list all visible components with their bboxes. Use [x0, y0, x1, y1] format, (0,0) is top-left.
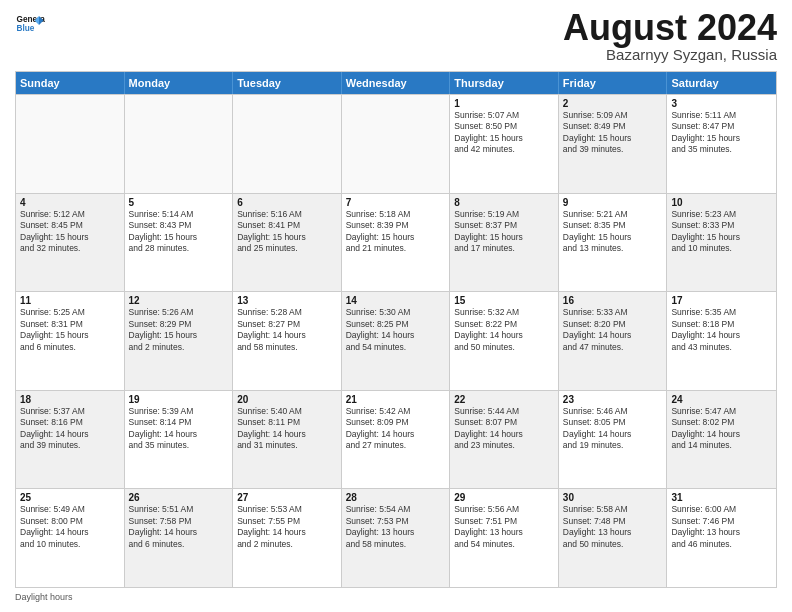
day-number: 8 — [454, 197, 554, 208]
day-info: Sunrise: 5:19 AM Sunset: 8:37 PM Dayligh… — [454, 209, 554, 255]
day-info: Sunrise: 5:25 AM Sunset: 8:31 PM Dayligh… — [20, 307, 120, 353]
day-info: Sunrise: 5:46 AM Sunset: 8:05 PM Dayligh… — [563, 406, 663, 452]
calendar-cell: 22Sunrise: 5:44 AM Sunset: 8:07 PM Dayli… — [450, 391, 559, 489]
day-info: Sunrise: 5:47 AM Sunset: 8:02 PM Dayligh… — [671, 406, 772, 452]
day-info: Sunrise: 5:14 AM Sunset: 8:43 PM Dayligh… — [129, 209, 229, 255]
day-info: Sunrise: 5:44 AM Sunset: 8:07 PM Dayligh… — [454, 406, 554, 452]
day-info: Sunrise: 5:33 AM Sunset: 8:20 PM Dayligh… — [563, 307, 663, 353]
calendar-header-friday: Friday — [559, 72, 668, 94]
logo-icon: General Blue — [15, 10, 45, 40]
day-number: 14 — [346, 295, 446, 306]
calendar-cell: 11Sunrise: 5:25 AM Sunset: 8:31 PM Dayli… — [16, 292, 125, 390]
subtitle: Bazarnyy Syzgan, Russia — [563, 46, 777, 63]
calendar-week-4: 18Sunrise: 5:37 AM Sunset: 8:16 PM Dayli… — [16, 390, 776, 489]
day-info: Sunrise: 5:07 AM Sunset: 8:50 PM Dayligh… — [454, 110, 554, 156]
day-info: Sunrise: 5:54 AM Sunset: 7:53 PM Dayligh… — [346, 504, 446, 550]
calendar-cell: 25Sunrise: 5:49 AM Sunset: 8:00 PM Dayli… — [16, 489, 125, 587]
day-info: Sunrise: 5:18 AM Sunset: 8:39 PM Dayligh… — [346, 209, 446, 255]
svg-text:Blue: Blue — [17, 24, 35, 33]
day-info: Sunrise: 5:16 AM Sunset: 8:41 PM Dayligh… — [237, 209, 337, 255]
day-number: 26 — [129, 492, 229, 503]
day-number: 3 — [671, 98, 772, 109]
calendar-cell: 12Sunrise: 5:26 AM Sunset: 8:29 PM Dayli… — [125, 292, 234, 390]
day-info: Sunrise: 5:37 AM Sunset: 8:16 PM Dayligh… — [20, 406, 120, 452]
day-info: Sunrise: 5:26 AM Sunset: 8:29 PM Dayligh… — [129, 307, 229, 353]
day-number: 2 — [563, 98, 663, 109]
day-info: Sunrise: 5:56 AM Sunset: 7:51 PM Dayligh… — [454, 504, 554, 550]
calendar-cell: 18Sunrise: 5:37 AM Sunset: 8:16 PM Dayli… — [16, 391, 125, 489]
day-info: Sunrise: 5:42 AM Sunset: 8:09 PM Dayligh… — [346, 406, 446, 452]
title-block: August 2024 Bazarnyy Syzgan, Russia — [563, 10, 777, 63]
day-number: 12 — [129, 295, 229, 306]
page: General Blue August 2024 Bazarnyy Syzgan… — [0, 0, 792, 612]
day-number: 16 — [563, 295, 663, 306]
calendar-cell: 14Sunrise: 5:30 AM Sunset: 8:25 PM Dayli… — [342, 292, 451, 390]
calendar-cell — [233, 95, 342, 193]
calendar-week-2: 4Sunrise: 5:12 AM Sunset: 8:45 PM Daylig… — [16, 193, 776, 292]
day-number: 7 — [346, 197, 446, 208]
day-info: Sunrise: 5:51 AM Sunset: 7:58 PM Dayligh… — [129, 504, 229, 550]
day-info: Sunrise: 5:09 AM Sunset: 8:49 PM Dayligh… — [563, 110, 663, 156]
calendar-cell: 9Sunrise: 5:21 AM Sunset: 8:35 PM Daylig… — [559, 194, 668, 292]
day-number: 22 — [454, 394, 554, 405]
calendar-cell: 3Sunrise: 5:11 AM Sunset: 8:47 PM Daylig… — [667, 95, 776, 193]
day-number: 13 — [237, 295, 337, 306]
day-number: 4 — [20, 197, 120, 208]
day-info: Sunrise: 5:32 AM Sunset: 8:22 PM Dayligh… — [454, 307, 554, 353]
calendar-cell: 1Sunrise: 5:07 AM Sunset: 8:50 PM Daylig… — [450, 95, 559, 193]
calendar-body: 1Sunrise: 5:07 AM Sunset: 8:50 PM Daylig… — [16, 94, 776, 587]
calendar-cell: 24Sunrise: 5:47 AM Sunset: 8:02 PM Dayli… — [667, 391, 776, 489]
day-number: 21 — [346, 394, 446, 405]
calendar-header-monday: Monday — [125, 72, 234, 94]
calendar-header-thursday: Thursday — [450, 72, 559, 94]
day-number: 28 — [346, 492, 446, 503]
day-info: Sunrise: 5:53 AM Sunset: 7:55 PM Dayligh… — [237, 504, 337, 550]
calendar-week-5: 25Sunrise: 5:49 AM Sunset: 8:00 PM Dayli… — [16, 488, 776, 587]
calendar-cell: 21Sunrise: 5:42 AM Sunset: 8:09 PM Dayli… — [342, 391, 451, 489]
day-info: Sunrise: 5:49 AM Sunset: 8:00 PM Dayligh… — [20, 504, 120, 550]
calendar-header-wednesday: Wednesday — [342, 72, 451, 94]
day-number: 20 — [237, 394, 337, 405]
calendar-cell — [16, 95, 125, 193]
day-info: Sunrise: 5:40 AM Sunset: 8:11 PM Dayligh… — [237, 406, 337, 452]
calendar-cell: 7Sunrise: 5:18 AM Sunset: 8:39 PM Daylig… — [342, 194, 451, 292]
day-number: 17 — [671, 295, 772, 306]
calendar-cell: 13Sunrise: 5:28 AM Sunset: 8:27 PM Dayli… — [233, 292, 342, 390]
calendar-cell: 28Sunrise: 5:54 AM Sunset: 7:53 PM Dayli… — [342, 489, 451, 587]
day-number: 5 — [129, 197, 229, 208]
day-number: 23 — [563, 394, 663, 405]
calendar-cell: 23Sunrise: 5:46 AM Sunset: 8:05 PM Dayli… — [559, 391, 668, 489]
day-info: Sunrise: 5:58 AM Sunset: 7:48 PM Dayligh… — [563, 504, 663, 550]
calendar-cell: 5Sunrise: 5:14 AM Sunset: 8:43 PM Daylig… — [125, 194, 234, 292]
day-number: 10 — [671, 197, 772, 208]
day-number: 1 — [454, 98, 554, 109]
day-info: Sunrise: 5:11 AM Sunset: 8:47 PM Dayligh… — [671, 110, 772, 156]
calendar-cell: 17Sunrise: 5:35 AM Sunset: 8:18 PM Dayli… — [667, 292, 776, 390]
day-number: 24 — [671, 394, 772, 405]
calendar-cell: 29Sunrise: 5:56 AM Sunset: 7:51 PM Dayli… — [450, 489, 559, 587]
calendar-week-3: 11Sunrise: 5:25 AM Sunset: 8:31 PM Dayli… — [16, 291, 776, 390]
day-number: 9 — [563, 197, 663, 208]
calendar-cell: 19Sunrise: 5:39 AM Sunset: 8:14 PM Dayli… — [125, 391, 234, 489]
header: General Blue August 2024 Bazarnyy Syzgan… — [15, 10, 777, 63]
day-number: 15 — [454, 295, 554, 306]
calendar-cell: 20Sunrise: 5:40 AM Sunset: 8:11 PM Dayli… — [233, 391, 342, 489]
calendar-header-row: SundayMondayTuesdayWednesdayThursdayFrid… — [16, 72, 776, 94]
day-number: 6 — [237, 197, 337, 208]
day-number: 30 — [563, 492, 663, 503]
calendar-week-1: 1Sunrise: 5:07 AM Sunset: 8:50 PM Daylig… — [16, 94, 776, 193]
calendar-cell: 26Sunrise: 5:51 AM Sunset: 7:58 PM Dayli… — [125, 489, 234, 587]
calendar-cell: 8Sunrise: 5:19 AM Sunset: 8:37 PM Daylig… — [450, 194, 559, 292]
day-number: 31 — [671, 492, 772, 503]
calendar-cell: 30Sunrise: 5:58 AM Sunset: 7:48 PM Dayli… — [559, 489, 668, 587]
calendar-cell: 15Sunrise: 5:32 AM Sunset: 8:22 PM Dayli… — [450, 292, 559, 390]
day-number: 27 — [237, 492, 337, 503]
calendar-cell: 16Sunrise: 5:33 AM Sunset: 8:20 PM Dayli… — [559, 292, 668, 390]
day-info: Sunrise: 5:12 AM Sunset: 8:45 PM Dayligh… — [20, 209, 120, 255]
calendar-cell: 31Sunrise: 6:00 AM Sunset: 7:46 PM Dayli… — [667, 489, 776, 587]
main-title: August 2024 — [563, 10, 777, 46]
day-number: 19 — [129, 394, 229, 405]
calendar-cell: 6Sunrise: 5:16 AM Sunset: 8:41 PM Daylig… — [233, 194, 342, 292]
day-info: Sunrise: 5:28 AM Sunset: 8:27 PM Dayligh… — [237, 307, 337, 353]
calendar-header-sunday: Sunday — [16, 72, 125, 94]
